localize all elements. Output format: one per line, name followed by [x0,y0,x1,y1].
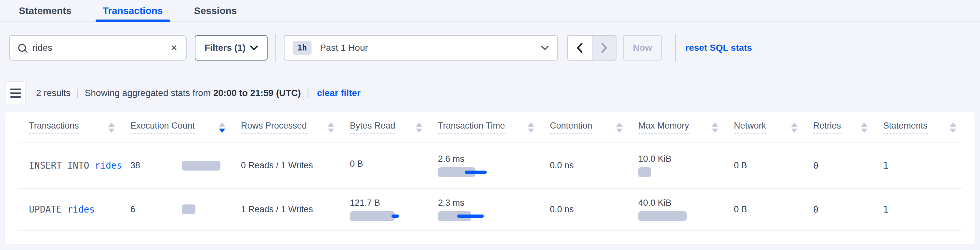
sort-icons[interactable] [616,122,623,133]
sql-keyword: UPDATE [29,204,62,215]
previous-time-window-button[interactable] [568,36,592,60]
transaction-time-cell: 2.3 ms [438,198,550,221]
statements-value: 1 [883,204,963,215]
column-header-transactions[interactable]: Transactions [18,121,130,134]
sort-desc-icon [416,128,422,133]
column-header-rows-processed[interactable]: Rows Processed [241,121,350,134]
bytes-read-bar [350,211,395,221]
sort-icons[interactable] [712,122,718,133]
table-row: UPDATE rides 6 1 Reads / 1 Writes 121.7 … [18,189,962,231]
column-header-statements[interactable]: Statements [883,121,963,134]
max-memory-cell: 40.0 KiB [638,198,734,221]
tab-sessions[interactable]: Sessions [187,0,244,21]
column-header-execution-count[interactable]: Execution Count [130,121,241,134]
column-header-contention[interactable]: Contention [550,121,638,134]
sort-asc-icon [219,122,225,127]
sort-asc-icon [616,122,623,127]
filters-button[interactable]: Filters (1) [195,35,267,61]
sort-icons[interactable] [219,122,225,133]
sort-asc-icon [950,122,956,127]
chevron-down-icon [541,46,549,50]
chevron-left-icon [576,42,584,53]
time-range-label: Past 1 Hour [320,43,368,53]
transaction-time-value: 2.3 ms [438,198,550,208]
sort-asc-icon [861,122,867,127]
sort-desc-icon [328,128,334,133]
time-window-nav [567,35,616,61]
clear-search-icon[interactable]: ✕ [170,43,178,52]
bytes-read-value: 121.7 B [350,198,438,208]
tab-statements-label: Statements [19,5,72,16]
sort-icons[interactable] [108,122,115,133]
clear-filter-link[interactable]: clear filter [317,88,361,98]
column-header-bytes-read[interactable]: Bytes Read [350,121,438,134]
reset-sql-stats-link[interactable]: reset SQL stats [686,43,752,53]
tab-sessions-label: Sessions [194,5,237,16]
chevron-right-icon [600,42,608,53]
bytes-read-cell: 0 B [350,159,438,172]
separator: | [307,88,309,99]
time-range-selector[interactable]: 1h Past 1 Hour [284,35,558,61]
execution-count-cell: 6 [130,204,241,215]
table-row: INSERT INTO rides 38 0 Reads / 1 Writes … [18,143,962,189]
transaction-time-stddev-bar [465,171,487,174]
toolbar-divider [675,34,676,61]
sort-desc-icon [791,128,798,133]
bytes-read-value: 0 B [350,159,438,169]
transaction-link[interactable]: rides [95,160,122,171]
transaction-time-stddev-bar [457,215,484,218]
sort-icons[interactable] [416,122,422,133]
next-time-window-button[interactable] [592,36,616,60]
time-range-badge: 1h [293,41,312,55]
sort-desc-icon [712,128,718,133]
transaction-link[interactable]: rides [67,204,95,215]
search-box[interactable]: ✕ [9,35,187,61]
sort-desc-icon [950,128,956,133]
execution-count-value: 6 [130,204,182,215]
filters-button-label: Filters (1) [205,43,245,53]
search-input[interactable] [32,43,170,53]
bytes-read-stddev-bar [391,215,399,218]
sort-asc-icon [416,122,422,127]
sort-icons[interactable] [950,122,956,133]
sort-desc-icon [861,128,867,133]
now-button-label: Now [633,43,652,53]
bytes-read-cell: 121.7 B [350,198,438,221]
now-button[interactable]: Now [623,35,662,61]
sort-desc-icon [219,128,225,133]
column-header-retries[interactable]: Retries [813,121,883,134]
sort-asc-icon [108,122,115,127]
chevron-down-icon [250,46,258,50]
filters-toolbar: ✕ Filters (1) 1h Past 1 Hour Now reset S… [9,35,980,61]
column-header-max-memory[interactable]: Max Memory [638,121,734,134]
results-bar: 2 results | Showing aggregated stats fro… [6,82,980,105]
hamburger-icon [10,88,21,90]
transactions-table-card: Transactions Execution Count Rows Proces… [5,112,975,244]
column-selector-button[interactable] [6,82,26,105]
column-header-transaction-time[interactable]: Transaction Time [438,121,550,134]
sql-keyword: INSERT INTO [29,160,89,171]
rows-processed-value: 0 Reads / 1 Writes [241,160,350,171]
sort-icons[interactable] [528,122,534,133]
statements-value: 1 [883,160,963,171]
sort-asc-icon [528,122,534,127]
transaction-time-cell: 2.6 ms [438,154,550,177]
results-count: 2 results [36,88,70,98]
sort-asc-icon [712,122,718,127]
sort-icons[interactable] [861,122,867,133]
max-memory-cell: 10.0 KiB [638,154,734,177]
retries-value: 0 [813,160,883,171]
sort-asc-icon [328,122,334,127]
sort-icons[interactable] [328,122,334,133]
sort-asc-icon [791,122,798,127]
contention-value: 0.0 ns [550,160,638,171]
column-header-network[interactable]: Network [734,121,813,134]
sort-icons[interactable] [791,122,798,133]
max-memory-bar [638,167,651,177]
sort-desc-icon [616,128,623,133]
search-icon [18,44,26,52]
tab-transactions[interactable]: Transactions [95,0,170,21]
tab-transactions-label: Transactions [103,5,163,16]
transaction-fingerprint: INSERT INTO rides [18,160,130,171]
tab-statements[interactable]: Statements [12,0,79,21]
